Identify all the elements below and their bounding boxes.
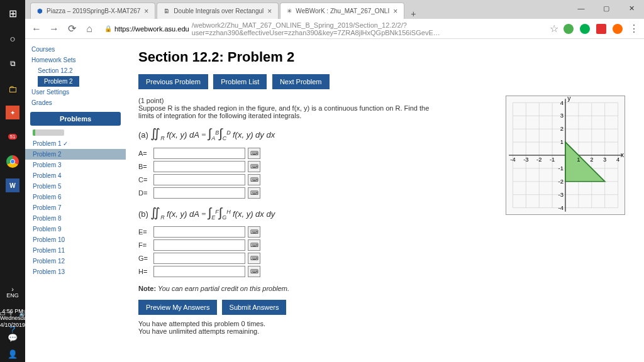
explorer-icon[interactable]: 🗀 [4, 80, 21, 97]
tab-webwork[interactable]: ✳WeBWorK : Zhu_MAT_267_ONLI× [280, 3, 404, 19]
sidebar-problem[interactable]: Problem 9 [25, 224, 126, 234]
input-d[interactable] [153, 187, 245, 199]
sidebar-problem[interactable]: Problem 5 [25, 181, 126, 192]
svg-text:4: 4 [616, 156, 619, 163]
sidebar-problem[interactable]: Problem 7 [25, 202, 126, 213]
input-f[interactable] [153, 239, 245, 251]
tab-double-integrals[interactable]: 🗎Double Integrals over Rectangul× [157, 3, 279, 19]
keyboard-icon[interactable]: ⌨ [248, 174, 260, 185]
sidebar-homework[interactable]: Homework Sets [25, 55, 126, 65]
keyboard-icon[interactable]: ⌨ [248, 187, 260, 199]
chrome-icon[interactable] [4, 153, 21, 170]
keyboard-icon[interactable]: ⌨ [248, 239, 260, 251]
sidebar-problem[interactable]: Problem 1 ✓ [25, 138, 126, 149]
submit-answers-button[interactable]: Submit Answers [222, 300, 287, 315]
sidebar-problem[interactable]: Problem 12 [25, 256, 126, 266]
clock[interactable]: ENG 4:56 PM Wednesday 4/10/2019 💬 [0, 292, 25, 343]
forward-button[interactable]: → [48, 23, 60, 35]
svg-text:3: 3 [560, 112, 564, 119]
clock-time: 4:56 PM [0, 308, 25, 315]
attempts-info: You have attempted this problem 0 times.… [138, 320, 631, 335]
svg-text:1: 1 [560, 138, 564, 145]
clock-day: Wednesday [0, 315, 25, 322]
close-icon[interactable]: × [144, 7, 148, 16]
sidebar-problem[interactable]: Problem 4 [25, 170, 126, 181]
svg-text:2: 2 [590, 156, 593, 163]
ext-icon[interactable] [613, 24, 623, 34]
sidebar-problem[interactable]: Problem 2 [25, 149, 126, 160]
close-window-button[interactable]: ✕ [619, 0, 644, 16]
sidebar-problem[interactable]: Problem 3 [25, 160, 126, 170]
input-c[interactable] [153, 174, 245, 185]
svg-text:x: x [621, 151, 625, 158]
ext-icon[interactable] [596, 24, 606, 34]
svg-text:-1: -1 [558, 165, 564, 172]
reload-button[interactable]: ⟳ [65, 23, 78, 35]
sidebar-problem[interactable]: Problem 8 [25, 213, 126, 224]
preview-answers-button[interactable]: Preview My Answers [138, 300, 217, 315]
word-icon[interactable]: W [6, 178, 19, 192]
people-icon[interactable]: 👤 [4, 346, 21, 362]
clock-date: 4/10/2019 [0, 322, 25, 329]
sidebar-problem[interactable]: Problem 10 [25, 234, 126, 245]
problem-prompt: Suppose R is the shaded region in the fi… [138, 104, 447, 119]
tray-expand[interactable]: › [0, 285, 25, 293]
sidebar-section[interactable]: Section 12.2 [25, 65, 126, 76]
svg-text:-4: -4 [510, 156, 515, 163]
svg-text:y: y [567, 96, 571, 102]
svg-text:4: 4 [560, 99, 564, 106]
new-tab-button[interactable]: + [406, 9, 421, 19]
page-title: Section 12.2: Problem 2 [138, 49, 631, 65]
svg-text:-2: -2 [558, 178, 564, 185]
tab-bar: ⬢Piazza – 2019SpringB-X-MAT267× 🗎Double … [25, 0, 644, 19]
progress-bar [33, 129, 64, 136]
svg-text:-1: -1 [550, 156, 555, 163]
keyboard-icon[interactable]: ⌨ [248, 148, 260, 159]
sidebar-user-settings[interactable]: User Settings [25, 87, 126, 97]
home-button[interactable]: ⌂ [83, 23, 96, 35]
star-icon[interactable]: ☆ [550, 23, 558, 35]
prev-problem-button[interactable]: Previous Problem [138, 74, 208, 89]
note: Note: You can earn partial credit on thi… [138, 285, 631, 292]
close-icon[interactable]: × [393, 7, 397, 16]
next-problem-button[interactable]: Next Problem [272, 74, 330, 89]
sidebar-current: Problem 2 [38, 76, 79, 87]
svg-text:-4: -4 [558, 204, 564, 211]
input-g[interactable] [153, 253, 245, 264]
minimize-button[interactable]: — [569, 0, 594, 16]
start-button[interactable]: ⊞ [4, 5, 21, 21]
sidebar-problem[interactable]: Problem 11 [25, 245, 126, 256]
svg-marker-18 [565, 142, 605, 182]
badge-icon[interactable]: 51 [4, 128, 21, 145]
problem-list-button[interactable]: Problem List [213, 74, 267, 89]
keyboard-icon[interactable]: ⌨ [248, 226, 260, 238]
maximize-button[interactable]: ▢ [594, 0, 619, 16]
svg-text:1: 1 [577, 156, 580, 163]
svg-text:2: 2 [560, 125, 564, 132]
taskview-icon[interactable]: ⧉ [4, 55, 21, 72]
lang-label: ENG [0, 292, 25, 299]
sidebar-grades[interactable]: Grades [25, 97, 126, 108]
ext-icon[interactable] [580, 24, 590, 34]
address-bar[interactable]: 🔒 https://webwork.asu.edu/webwork2/Zhu_M… [101, 21, 545, 36]
menu-icon[interactable]: ⋮ [629, 23, 639, 35]
tab-piazza[interactable]: ⬢Piazza – 2019SpringB-X-MAT267× [30, 3, 155, 19]
region-figure: -4-3-2-11234 4321-1-2-3-4 xy [506, 96, 625, 215]
sidebar-problem[interactable]: Problem 6 [25, 192, 126, 202]
input-e[interactable] [153, 226, 245, 238]
app-icon[interactable]: ✦ [6, 106, 19, 119]
keyboard-icon[interactable]: ⌨ [248, 161, 260, 172]
back-button[interactable]: ← [30, 23, 43, 35]
close-icon[interactable]: × [267, 7, 272, 16]
keyboard-icon[interactable]: ⌨ [248, 253, 260, 264]
sidebar-problem[interactable]: Problem 13 [25, 266, 126, 277]
input-b[interactable] [153, 161, 245, 172]
cortana-icon[interactable]: ○ [4, 30, 21, 47]
keyboard-icon[interactable]: ⌨ [248, 266, 260, 277]
ext-icon[interactable] [564, 24, 574, 34]
input-a[interactable] [153, 148, 245, 159]
sidebar-courses[interactable]: Courses [25, 44, 126, 55]
input-h[interactable] [153, 266, 245, 277]
svg-text:-3: -3 [523, 156, 528, 163]
svg-text:-3: -3 [558, 191, 564, 198]
